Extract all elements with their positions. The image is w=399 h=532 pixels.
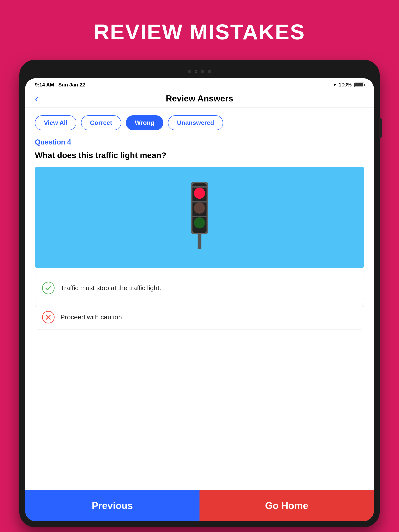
question-label: Question 4 <box>35 138 364 146</box>
camera-dot-2 <box>201 70 204 73</box>
tab-correct[interactable]: Correct <box>81 115 121 130</box>
camera-dot-3 <box>208 70 211 73</box>
question-text: What does this traffic light mean? <box>35 150 364 161</box>
header: ‹ Review Answers <box>25 90 374 108</box>
wifi-icon: ▾ <box>334 82 336 88</box>
bottom-bar: Previous Go Home <box>25 490 374 521</box>
page-title: REVIEW MISTAKES <box>94 19 305 44</box>
svg-point-2 <box>194 188 205 199</box>
traffic-light-svg <box>180 178 219 256</box>
battery-fill <box>355 83 363 86</box>
svg-rect-5 <box>198 234 201 249</box>
answer-text-2: Proceed with caution. <box>60 313 124 321</box>
status-time: 9:14 AM Sun Jan 22 <box>35 82 85 88</box>
back-button[interactable]: ‹ <box>35 93 38 104</box>
answer-option-2: Proceed with caution. <box>35 305 364 329</box>
svg-rect-8 <box>193 216 206 217</box>
svg-point-3 <box>194 202 205 213</box>
camera-bar <box>25 66 374 77</box>
side-button <box>379 118 382 138</box>
tablet-screen: 9:14 AM Sun Jan 22 ▾ 100% ‹ Review Answe… <box>25 78 374 521</box>
answer-text-1: Traffic must stop at the traffic light. <box>60 284 161 292</box>
status-bar: 9:14 AM Sun Jan 22 ▾ 100% <box>25 78 374 90</box>
go-home-button[interactable]: Go Home <box>200 490 374 521</box>
previous-button[interactable]: Previous <box>25 490 200 521</box>
filter-tabs: View All Correct Wrong Unanswered <box>25 108 374 138</box>
tab-wrong[interactable]: Wrong <box>126 115 163 130</box>
content-area: Question 4 What does this traffic light … <box>25 138 374 490</box>
answer-option-1: Traffic must stop at the traffic light. <box>35 276 364 300</box>
camera-dot-main <box>195 70 197 73</box>
correct-icon <box>42 282 55 294</box>
status-right: ▾ 100% <box>334 82 364 88</box>
camera-dot-1 <box>188 70 191 73</box>
svg-point-4 <box>194 217 205 228</box>
tab-unanswered[interactable]: Unanswered <box>168 115 223 130</box>
tab-view-all[interactable]: View All <box>35 115 76 130</box>
header-title: Review Answers <box>166 94 233 103</box>
battery-text: 100% <box>339 82 352 88</box>
traffic-light-image <box>35 167 364 268</box>
tablet-frame: 9:14 AM Sun Jan 22 ▾ 100% ‹ Review Answe… <box>19 60 380 527</box>
wrong-icon <box>42 311 55 323</box>
svg-rect-6 <box>193 186 206 188</box>
svg-rect-7 <box>193 201 206 203</box>
battery-icon <box>354 82 364 87</box>
